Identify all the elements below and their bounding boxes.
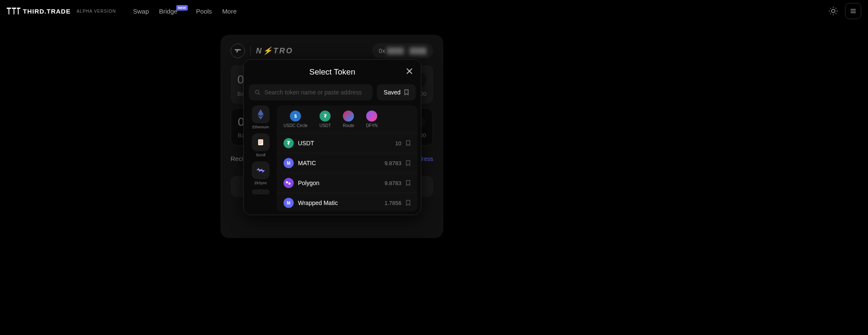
svg-point-15 bbox=[255, 90, 259, 94]
zksync-icon bbox=[252, 161, 270, 179]
quick-token-label: DFYN bbox=[366, 123, 378, 128]
wallet-address-pill[interactable]: 0x████…████ bbox=[372, 43, 433, 58]
quick-token-usdc[interactable]: $ USDC Circle bbox=[284, 111, 308, 128]
chain-label: ZkSync bbox=[254, 181, 267, 185]
usdt-icon: ₮ bbox=[320, 111, 331, 122]
token-row-wmatic[interactable]: M Wrapped Matic 1.7856 bbox=[277, 193, 417, 211]
search-icon bbox=[255, 89, 260, 95]
wmatic-icon: M bbox=[284, 198, 294, 208]
svg-point-0 bbox=[832, 9, 835, 13]
chain-list[interactable]: Ethereum Scroll ZkSync bbox=[249, 105, 273, 211]
token-name: USDT bbox=[298, 140, 395, 147]
ethereum-icon bbox=[252, 105, 270, 123]
token-row-matic[interactable]: M MATIC 9.8783 bbox=[277, 153, 417, 173]
chain-ethereum[interactable]: Ethereum bbox=[249, 105, 273, 129]
modal-title: Select Token bbox=[309, 67, 355, 77]
search-box[interactable] bbox=[249, 84, 373, 100]
svg-line-8 bbox=[836, 8, 836, 8]
svg-rect-19 bbox=[259, 142, 262, 142]
saved-label: Saved bbox=[384, 89, 401, 96]
chain-scroll[interactable]: Scroll bbox=[249, 133, 273, 157]
chain-label: Scroll bbox=[256, 153, 266, 157]
new-badge: NEW bbox=[176, 5, 188, 11]
chain-label: Ethereum bbox=[252, 125, 269, 129]
bookmark-icon bbox=[404, 89, 409, 95]
route-icon bbox=[343, 111, 354, 122]
token-amount: 9.8783 bbox=[384, 160, 401, 166]
matic-icon: M bbox=[284, 158, 294, 168]
usdt-icon: ₮ bbox=[284, 138, 294, 148]
nitro-logo: N⚡TRO bbox=[256, 46, 293, 55]
search-input[interactable] bbox=[264, 89, 367, 96]
quick-token-usdt[interactable]: ₮ USDT bbox=[320, 111, 331, 128]
nav-bridge-label: Bridge bbox=[159, 8, 177, 15]
svg-line-16 bbox=[259, 94, 260, 95]
wallet-prefix: 0x bbox=[379, 47, 385, 54]
token-row-usdt[interactable]: ₮ USDT 10 bbox=[277, 133, 417, 153]
close-button[interactable] bbox=[406, 67, 413, 77]
token-name: Polygon bbox=[298, 180, 384, 186]
logo-text: THIRD.TRADE bbox=[23, 8, 71, 15]
quick-token-dfyn[interactable]: DFYN bbox=[366, 111, 378, 128]
bookmark-icon[interactable] bbox=[406, 200, 411, 206]
token-list[interactable]: ₮ USDT 10 M MATIC 9.8783 Polygon 9.87 bbox=[277, 133, 417, 211]
divider bbox=[250, 46, 251, 56]
quick-tokens: $ USDC Circle ₮ USDT Route DFYN bbox=[277, 105, 417, 133]
select-token-modal: Select Token Saved Ethere bbox=[243, 59, 421, 215]
svg-rect-20 bbox=[259, 143, 261, 144]
saved-button[interactable]: Saved bbox=[377, 84, 416, 100]
modal-body: Ethereum Scroll ZkSync $ bbox=[244, 105, 421, 215]
close-icon bbox=[406, 67, 413, 75]
bookmark-icon[interactable] bbox=[406, 180, 411, 186]
chain-more[interactable] bbox=[249, 189, 273, 194]
bookmark-icon[interactable] bbox=[406, 160, 411, 166]
swap-card-header: N⚡TRO 0x████…████ bbox=[231, 43, 433, 58]
app-header: THIRD.TRADE ALPHA VERSION Swap Bridge NE… bbox=[0, 0, 868, 22]
chain-zksync[interactable]: ZkSync bbox=[249, 161, 273, 185]
card-logo-icon bbox=[231, 44, 245, 58]
sun-icon[interactable] bbox=[828, 6, 838, 16]
svg-line-3 bbox=[830, 8, 831, 8]
svg-rect-18 bbox=[259, 141, 262, 141]
polygon-icon bbox=[284, 178, 294, 188]
menu-button[interactable] bbox=[845, 3, 861, 19]
token-row-polygon[interactable]: Polygon 9.8783 bbox=[277, 173, 417, 193]
scroll-icon bbox=[252, 133, 270, 151]
quick-token-route[interactable]: Route bbox=[343, 111, 354, 128]
token-amount: 9.8783 bbox=[384, 180, 401, 186]
chain-more-icon bbox=[252, 189, 270, 194]
dfyn-icon bbox=[366, 111, 377, 122]
nav-swap[interactable]: Swap bbox=[133, 8, 149, 15]
svg-line-4 bbox=[836, 14, 836, 14]
token-amount: 1.7856 bbox=[384, 200, 401, 206]
alpha-badge: ALPHA VERSION bbox=[77, 9, 116, 14]
token-amount: 10 bbox=[395, 140, 401, 147]
token-panel: $ USDC Circle ₮ USDT Route DFYN bbox=[277, 105, 417, 211]
quick-token-label: USDT bbox=[320, 123, 331, 128]
nav-more[interactable]: More bbox=[222, 8, 236, 15]
token-name: MATIC bbox=[298, 160, 384, 166]
token-name: Wrapped Matic bbox=[298, 199, 384, 206]
logo-icon bbox=[7, 8, 20, 14]
bookmark-icon[interactable] bbox=[406, 140, 411, 146]
header-right bbox=[828, 3, 861, 19]
modal-search-row: Saved bbox=[244, 84, 421, 105]
nav-bridge[interactable]: Bridge NEW bbox=[159, 8, 177, 15]
main-nav: Swap Bridge NEW Pools More bbox=[133, 8, 237, 15]
svg-line-7 bbox=[830, 14, 831, 14]
hamburger-icon bbox=[850, 8, 857, 14]
app-logo[interactable]: THIRD.TRADE ALPHA VERSION bbox=[7, 8, 116, 15]
quick-token-label: Route bbox=[343, 123, 354, 128]
nav-pools[interactable]: Pools bbox=[196, 8, 212, 15]
modal-header: Select Token bbox=[244, 60, 421, 84]
quick-token-label: USDC Circle bbox=[284, 123, 308, 128]
usdc-icon: $ bbox=[290, 111, 301, 122]
wallet-masked: ████…████ bbox=[387, 47, 426, 54]
